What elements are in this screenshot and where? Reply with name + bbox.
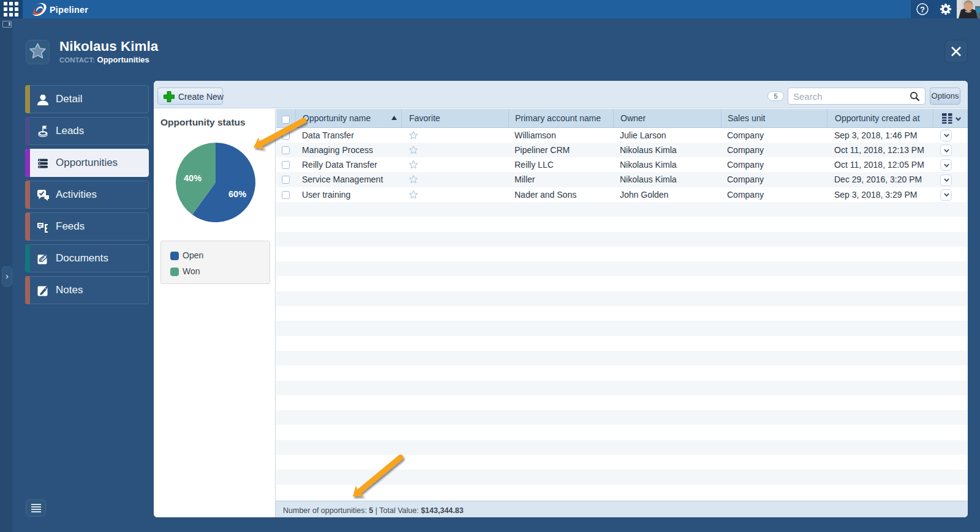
svg-text:?: ? [920, 5, 925, 14]
